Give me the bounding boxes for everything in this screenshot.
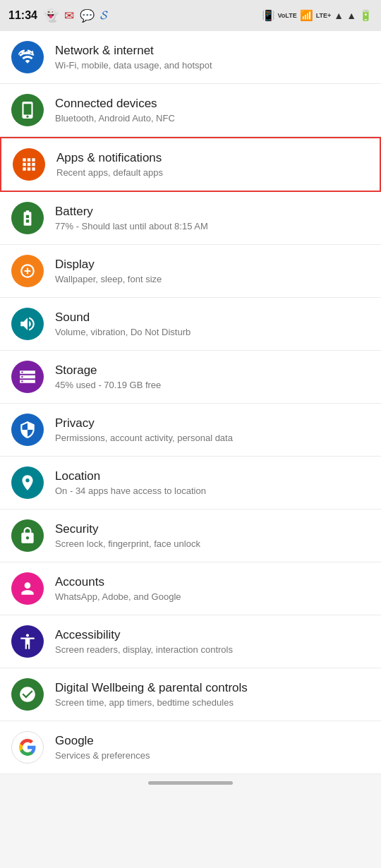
privacy-text: Privacy Permissions, account activity, p… bbox=[55, 416, 233, 445]
digital-wellbeing-title: Digital Wellbeing & parental controls bbox=[55, 680, 248, 696]
connected-devices-icon bbox=[18, 101, 37, 119]
battery-title: Battery bbox=[55, 204, 208, 219]
location-text: Location On - 34 apps have access to loc… bbox=[55, 469, 206, 498]
google-text: Google Services & preferences bbox=[55, 733, 150, 762]
sound-icon bbox=[18, 315, 37, 333]
display-icon bbox=[18, 262, 37, 280]
vibrate-icon: 📳 bbox=[262, 9, 275, 22]
location-icon-circle bbox=[11, 466, 44, 499]
storage-icon bbox=[18, 368, 37, 386]
settings-item-display[interactable]: Display Wallpaper, sleep, font size bbox=[0, 245, 381, 298]
network-subtitle: Wi-Fi, mobile, data usage, and hotspot bbox=[55, 60, 212, 72]
settings-item-accessibility[interactable]: Accessibility Screen readers, display, i… bbox=[0, 615, 381, 668]
settings-item-sound[interactable]: Sound Volume, vibration, Do Not Disturb bbox=[0, 298, 381, 351]
privacy-subtitle: Permissions, account activity, personal … bbox=[55, 433, 233, 445]
digital-wellbeing-icon bbox=[18, 685, 37, 704]
storage-text: Storage 45% used - 70.19 GB free bbox=[55, 363, 161, 392]
sound-title: Sound bbox=[55, 310, 190, 325]
connected-devices-subtitle: Bluetooth, Android Auto, NFC bbox=[55, 113, 175, 125]
sound-text: Sound Volume, vibration, Do Not Disturb bbox=[55, 310, 190, 339]
scroll-bar bbox=[148, 781, 233, 785]
accessibility-subtitle: Screen readers, display, interaction con… bbox=[55, 644, 233, 656]
accounts-icon bbox=[18, 579, 37, 598]
battery-subtitle: 77% - Should last until about 8:15 AM bbox=[55, 221, 208, 233]
settings-item-digital-wellbeing[interactable]: Digital Wellbeing & parental controls Sc… bbox=[0, 668, 381, 721]
wifi-settings-icon bbox=[18, 48, 37, 66]
settings-item-location[interactable]: Location On - 34 apps have access to loc… bbox=[0, 457, 381, 510]
wifi-icon: 📶 bbox=[300, 9, 313, 22]
accounts-subtitle: WhatsApp, Adobe, and Google bbox=[55, 591, 181, 603]
signal1-icon: ▲ bbox=[334, 10, 344, 21]
digital-wellbeing-subtitle: Screen time, app timers, bedtime schedul… bbox=[55, 697, 248, 709]
apps-icon bbox=[20, 155, 38, 174]
snapchat-icon: 👻 bbox=[43, 8, 59, 23]
display-icon-circle bbox=[11, 255, 44, 287]
apps-notifications-icon-circle bbox=[13, 148, 45, 181]
location-subtitle: On - 34 apps have access to location bbox=[55, 486, 206, 498]
google-subtitle: Services & preferences bbox=[55, 750, 150, 762]
volte-icon: VoLTE bbox=[278, 13, 297, 19]
settings-item-storage[interactable]: Storage 45% used - 70.19 GB free bbox=[0, 351, 381, 404]
apps-notifications-subtitle: Recent apps, default apps bbox=[56, 167, 163, 179]
signal2-icon: ▲ bbox=[346, 10, 356, 21]
lte-icon: LTE+ bbox=[316, 12, 332, 19]
connected-devices-title: Connected devices bbox=[55, 96, 175, 111]
apps-notifications-text: Apps & notifications Recent apps, defaul… bbox=[56, 150, 163, 179]
google-icon-circle bbox=[11, 731, 44, 764]
digital-wellbeing-text: Digital Wellbeing & parental controls Sc… bbox=[55, 680, 248, 709]
accessibility-icon bbox=[18, 632, 37, 651]
network-text: Network & internet Wi-Fi, mobile, data u… bbox=[55, 43, 212, 72]
accounts-text: Accounts WhatsApp, Adobe, and Google bbox=[55, 574, 181, 603]
google-icon bbox=[18, 738, 37, 757]
shazam-icon: 𝓢 bbox=[100, 8, 107, 23]
accessibility-icon-circle bbox=[11, 625, 44, 658]
status-bar: 11:34 👻 ✉ 💬 𝓢 📳 VoLTE 📶 LTE+ ▲ ▲ 🔋 bbox=[0, 0, 381, 31]
apps-notifications-title: Apps & notifications bbox=[56, 150, 163, 166]
battery-settings-icon-circle bbox=[11, 202, 44, 234]
scroll-indicator bbox=[0, 774, 381, 789]
security-icon bbox=[18, 526, 37, 545]
battery-settings-icon bbox=[18, 209, 37, 227]
privacy-icon-circle bbox=[11, 414, 44, 446]
accounts-icon-circle bbox=[11, 572, 44, 605]
settings-item-network[interactable]: Network & internet Wi-Fi, mobile, data u… bbox=[0, 31, 381, 84]
privacy-icon bbox=[18, 421, 37, 439]
settings-item-apps-notifications[interactable]: Apps & notifications Recent apps, defaul… bbox=[0, 137, 381, 192]
security-title: Security bbox=[55, 522, 200, 537]
settings-item-security[interactable]: Security Screen lock, fingerprint, face … bbox=[0, 510, 381, 562]
sound-subtitle: Volume, vibration, Do Not Disturb bbox=[55, 327, 190, 339]
accessibility-text: Accessibility Screen readers, display, i… bbox=[55, 627, 233, 656]
security-icon-circle bbox=[11, 519, 44, 552]
google-title: Google bbox=[55, 733, 150, 749]
location-title: Location bbox=[55, 469, 206, 484]
network-title: Network & internet bbox=[55, 43, 212, 59]
connected-devices-icon-circle bbox=[11, 94, 44, 126]
privacy-title: Privacy bbox=[55, 416, 233, 431]
battery-text: Battery 77% - Should last until about 8:… bbox=[55, 204, 208, 233]
messages-icon: 💬 bbox=[80, 8, 95, 23]
gmail-icon: ✉ bbox=[64, 8, 74, 23]
status-right-icons: 📳 VoLTE 📶 LTE+ ▲ ▲ 🔋 bbox=[262, 9, 373, 22]
digital-wellbeing-icon-circle bbox=[11, 678, 44, 711]
security-subtitle: Screen lock, fingerprint, face unlock bbox=[55, 538, 200, 550]
settings-item-accounts[interactable]: Accounts WhatsApp, Adobe, and Google bbox=[0, 562, 381, 615]
network-icon-circle bbox=[11, 41, 44, 73]
display-subtitle: Wallpaper, sleep, font size bbox=[55, 274, 162, 286]
storage-title: Storage bbox=[55, 363, 161, 378]
storage-icon-circle bbox=[11, 361, 44, 393]
status-left-icons: 👻 ✉ 💬 𝓢 bbox=[43, 8, 107, 23]
settings-item-privacy[interactable]: Privacy Permissions, account activity, p… bbox=[0, 404, 381, 457]
battery-icon: 🔋 bbox=[359, 9, 373, 22]
storage-subtitle: 45% used - 70.19 GB free bbox=[55, 380, 161, 392]
display-title: Display bbox=[55, 257, 162, 272]
security-text: Security Screen lock, fingerprint, face … bbox=[55, 522, 200, 550]
sound-icon-circle bbox=[11, 308, 44, 340]
settings-item-connected-devices[interactable]: Connected devices Bluetooth, Android Aut… bbox=[0, 84, 381, 137]
display-text: Display Wallpaper, sleep, font size bbox=[55, 257, 162, 286]
settings-item-google[interactable]: Google Services & preferences bbox=[0, 721, 381, 774]
connected-devices-text: Connected devices Bluetooth, Android Aut… bbox=[55, 96, 175, 125]
settings-item-battery[interactable]: Battery 77% - Should last until about 8:… bbox=[0, 192, 381, 245]
status-time: 11:34 bbox=[8, 9, 37, 22]
accessibility-title: Accessibility bbox=[55, 627, 233, 643]
settings-list: Network & internet Wi-Fi, mobile, data u… bbox=[0, 31, 381, 774]
